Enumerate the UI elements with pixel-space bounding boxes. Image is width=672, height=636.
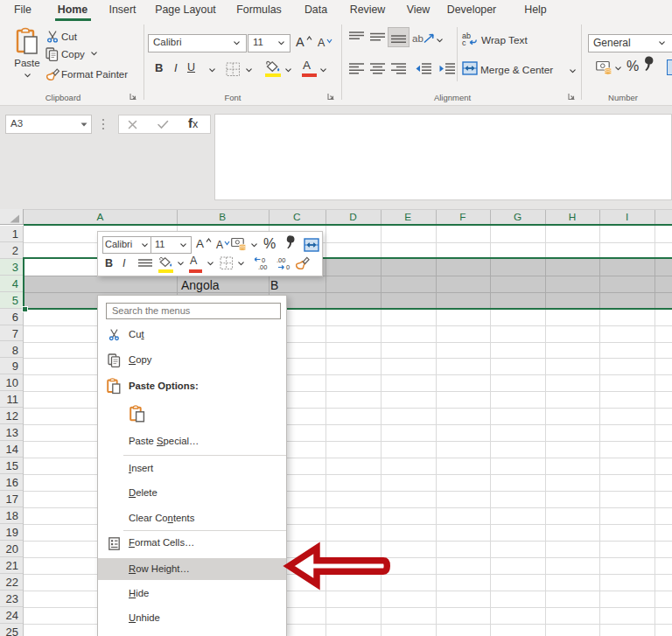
svg-text:0: 0 bbox=[286, 263, 290, 271]
svg-text:.00: .00 bbox=[276, 256, 285, 264]
svg-text:c: c bbox=[462, 38, 466, 47]
svg-text:.00: .00 bbox=[258, 263, 267, 271]
